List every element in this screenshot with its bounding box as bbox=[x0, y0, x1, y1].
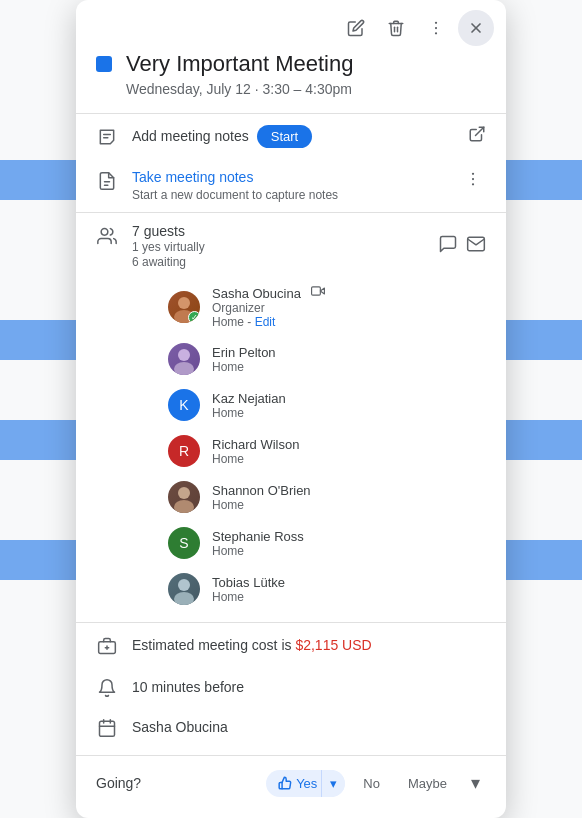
list-item: Erin Pelton Home bbox=[168, 336, 486, 382]
guest-info: Kaz Nejatian Home bbox=[212, 391, 486, 420]
more-options-button[interactable] bbox=[418, 10, 454, 46]
guest-location: Home bbox=[212, 360, 486, 374]
event-time: 3:30 – 4:30pm bbox=[262, 81, 352, 97]
edit-link[interactable]: Edit bbox=[255, 315, 276, 329]
meeting-notes-row: Add meeting notes Start bbox=[76, 114, 506, 158]
notes-icon bbox=[96, 126, 118, 148]
guest-name: Erin Pelton bbox=[212, 345, 486, 360]
add-notes-label: Add meeting notes bbox=[132, 128, 249, 144]
svg-point-20 bbox=[178, 487, 190, 499]
svg-point-19 bbox=[174, 362, 194, 375]
list-item: S Stephanie Ross Home bbox=[168, 520, 486, 566]
guest-name: Sasha Obucina bbox=[212, 284, 486, 301]
svg-point-10 bbox=[472, 173, 474, 175]
delete-button[interactable] bbox=[378, 10, 414, 46]
avatar: S bbox=[168, 527, 200, 559]
guests-yes-count: 1 yes virtually bbox=[132, 240, 205, 254]
footer-rsvp-row: Going? Yes ▾ No Maybe ▾ bbox=[76, 755, 506, 802]
svg-point-12 bbox=[472, 183, 474, 185]
cost-prefix: Estimated meeting cost is bbox=[132, 637, 292, 653]
svg-marker-16 bbox=[320, 288, 324, 294]
svg-point-23 bbox=[174, 592, 194, 605]
guests-count: 7 guests bbox=[132, 223, 205, 239]
start-notes-button[interactable]: Start bbox=[257, 125, 312, 148]
event-title: Very Important Meeting bbox=[126, 50, 353, 79]
going-label: Going? bbox=[96, 775, 141, 791]
document-icon bbox=[96, 170, 118, 192]
guest-location: Home bbox=[212, 590, 486, 604]
reminder-section: 10 minutes before bbox=[76, 667, 506, 707]
svg-point-0 bbox=[435, 21, 437, 23]
guest-name: Kaz Nejatian bbox=[212, 391, 486, 406]
guest-name: Tobias Lütke bbox=[212, 575, 486, 590]
event-modal: Very Important Meeting Wednesday, July 1… bbox=[76, 0, 506, 818]
event-color-dot bbox=[96, 56, 112, 72]
guest-info: Richard Wilson Home bbox=[212, 437, 486, 466]
close-button[interactable] bbox=[458, 10, 494, 46]
guests-awaiting-count: 6 awaiting bbox=[132, 255, 205, 269]
modal-header-actions bbox=[76, 0, 506, 50]
guest-location: Home - Edit bbox=[212, 315, 486, 329]
guest-location: Home bbox=[212, 406, 486, 420]
guest-name: Shannon O'Brien bbox=[212, 483, 486, 498]
svg-point-14 bbox=[178, 297, 190, 309]
avatar: ✓ bbox=[168, 291, 200, 323]
maybe-button[interactable]: Maybe bbox=[398, 770, 457, 797]
event-title-section: Very Important Meeting Wednesday, July 1… bbox=[76, 50, 506, 114]
avatar: K bbox=[168, 389, 200, 421]
svg-point-2 bbox=[435, 32, 437, 34]
avatar-check: ✓ bbox=[188, 311, 200, 323]
guests-section: 7 guests 1 yes virtually 6 awaiting bbox=[76, 213, 506, 622]
organizer-section: Sasha Obucina bbox=[76, 707, 506, 747]
cost-amount: $2,115 USD bbox=[295, 637, 371, 653]
organizer-name: Sasha Obucina bbox=[132, 719, 228, 735]
guest-info: Stephanie Ross Home bbox=[212, 529, 486, 558]
svg-point-13 bbox=[101, 229, 108, 236]
meeting-notes-area: Add meeting notes Start bbox=[132, 125, 312, 148]
guest-location: Home bbox=[212, 544, 486, 558]
list-item: K Kaz Nejatian Home bbox=[168, 382, 486, 428]
guest-info: Tobias Lütke Home bbox=[212, 575, 486, 604]
take-notes-row: Take meeting notes Start a new document … bbox=[76, 158, 506, 212]
video-call-icon bbox=[311, 286, 325, 301]
yes-button[interactable]: Yes bbox=[266, 770, 329, 797]
event-datetime: Wednesday, July 12 · 3:30 – 4:30pm bbox=[126, 81, 353, 97]
avatar bbox=[168, 573, 200, 605]
guest-info: Erin Pelton Home bbox=[212, 345, 486, 374]
guests-actions bbox=[438, 234, 486, 258]
list-item: Tobias Lütke Home bbox=[168, 566, 486, 612]
list-item: R Richard Wilson Home bbox=[168, 428, 486, 474]
svg-point-22 bbox=[178, 579, 190, 591]
edit-button[interactable] bbox=[338, 10, 374, 46]
yes-label: Yes bbox=[296, 776, 317, 791]
email-icon[interactable] bbox=[466, 234, 486, 258]
take-notes-link[interactable]: Take meeting notes bbox=[132, 169, 253, 185]
cost-icon bbox=[96, 635, 118, 657]
guest-role: Organizer bbox=[212, 301, 486, 315]
avatar bbox=[168, 343, 200, 375]
avatar bbox=[168, 481, 200, 513]
svg-rect-17 bbox=[311, 287, 320, 295]
take-notes-content: Take meeting notes Start a new document … bbox=[132, 168, 446, 202]
guests-list: ✓ Sasha Obucina Organizer Home bbox=[132, 277, 486, 612]
take-notes-more-icon[interactable] bbox=[460, 168, 486, 195]
cost-section: Estimated meeting cost is $2,115 USD bbox=[76, 623, 506, 667]
chat-icon[interactable] bbox=[438, 234, 458, 258]
no-button[interactable]: No bbox=[353, 770, 390, 797]
svg-rect-27 bbox=[100, 722, 115, 737]
svg-line-7 bbox=[476, 127, 484, 135]
yes-dropdown-button[interactable]: ▾ bbox=[321, 770, 345, 797]
avatar: R bbox=[168, 435, 200, 467]
take-notes-sub: Start a new document to capture notes bbox=[132, 188, 446, 202]
guest-info: Sasha Obucina Organizer Home - Edit bbox=[212, 284, 486, 329]
guest-name: Stephanie Ross bbox=[212, 529, 486, 544]
reminder-icon bbox=[96, 677, 118, 699]
svg-point-1 bbox=[435, 27, 437, 29]
guest-location: Home bbox=[212, 452, 486, 466]
more-rsvp-button[interactable]: ▾ bbox=[465, 768, 486, 798]
guests-header-row: 7 guests 1 yes virtually 6 awaiting bbox=[132, 223, 486, 269]
guest-location: Home bbox=[212, 498, 486, 512]
external-link-icon[interactable] bbox=[468, 125, 486, 148]
event-day: Wednesday, July 12 bbox=[126, 81, 251, 97]
reminder-text: 10 minutes before bbox=[132, 679, 244, 695]
